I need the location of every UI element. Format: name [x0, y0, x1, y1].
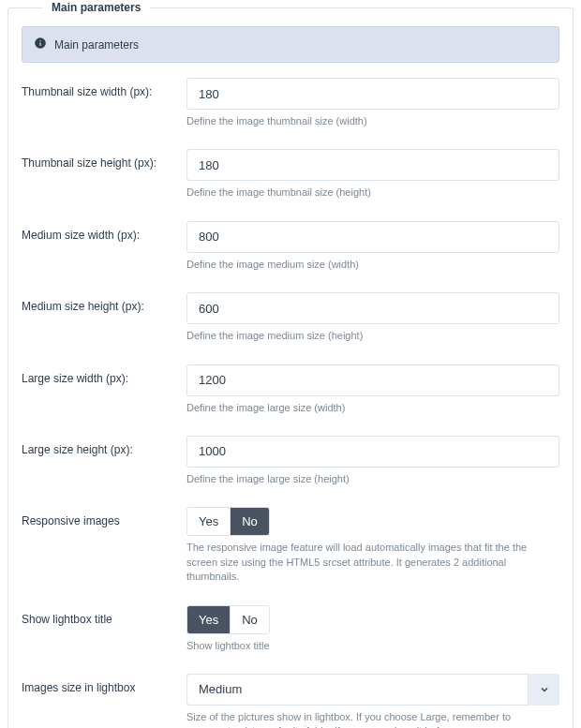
helper-large-height: Define the image large size (height) — [186, 472, 559, 486]
helper-thumb-width: Define the image thumbnail size (width) — [186, 114, 559, 128]
alert-main-parameters: Main parameters — [22, 26, 559, 63]
alert-text: Main parameters — [54, 38, 139, 52]
label-lightbox-size: Images size in lightbox — [22, 674, 179, 694]
toggle-lightbox-title: Yes No — [186, 605, 270, 634]
row-large-width: Large size width (px): Define the image … — [22, 364, 559, 415]
row-lightbox-title: Show lightbox title Yes No Show lightbox… — [22, 605, 559, 653]
row-thumb-height: Thumbnail size height (px): Define the i… — [22, 149, 559, 200]
helper-lightbox-title: Show lightbox title — [186, 639, 559, 653]
helper-thumb-height: Define the image thumbnail size (height) — [186, 186, 559, 200]
row-medium-height: Medium size height (px): Define the imag… — [22, 292, 559, 343]
toggle-responsive: Yes No — [186, 507, 270, 536]
input-thumb-width[interactable] — [186, 78, 559, 110]
toggle-lightbox-title-no[interactable]: No — [230, 606, 269, 633]
input-large-width[interactable] — [186, 364, 559, 396]
label-thumb-height: Thumbnail size height (px): — [22, 149, 179, 170]
label-medium-height: Medium size height (px): — [22, 292, 179, 313]
input-medium-height[interactable] — [186, 292, 559, 324]
helper-medium-height: Define the image medium size (height) — [186, 329, 559, 343]
helper-lightbox-size: Size of the pictures show in lightbox. I… — [186, 710, 559, 728]
helper-responsive: The responsive image feature will load a… — [186, 541, 559, 584]
label-large-height: Large size height (px): — [22, 436, 179, 456]
panel-legend: Main parameters — [42, 1, 150, 14]
helper-medium-width: Define the image medium size (width) — [186, 258, 559, 272]
info-icon — [34, 37, 47, 52]
select-lightbox-size[interactable]: Medium — [186, 674, 559, 706]
label-thumb-width: Thumbnail size width (px): — [22, 78, 179, 98]
row-thumb-width: Thumbnail size width (px): Define the im… — [22, 78, 559, 128]
toggle-lightbox-title-yes[interactable]: Yes — [187, 606, 230, 633]
main-parameters-panel: Main parameters Main parameters Thumbnai… — [7, 7, 574, 728]
label-responsive: Responsive images — [22, 507, 179, 527]
label-large-width: Large size width (px): — [22, 364, 179, 385]
row-lightbox-size: Images size in lightbox Medium Size of t… — [22, 674, 559, 728]
input-large-height[interactable] — [186, 436, 559, 468]
toggle-responsive-no[interactable]: No — [230, 508, 269, 535]
toggle-responsive-yes[interactable]: Yes — [187, 508, 230, 535]
label-medium-width: Medium size width (px): — [22, 221, 179, 242]
helper-large-width: Define the image large size (width) — [186, 401, 559, 415]
row-large-height: Large size height (px): Define the image… — [22, 436, 559, 486]
row-medium-width: Medium size width (px): Define the image… — [22, 221, 559, 272]
input-thumb-height[interactable] — [186, 149, 559, 181]
label-lightbox-title: Show lightbox title — [22, 605, 179, 626]
row-responsive: Responsive images Yes No The responsive … — [22, 507, 559, 584]
input-medium-width[interactable] — [186, 221, 559, 253]
